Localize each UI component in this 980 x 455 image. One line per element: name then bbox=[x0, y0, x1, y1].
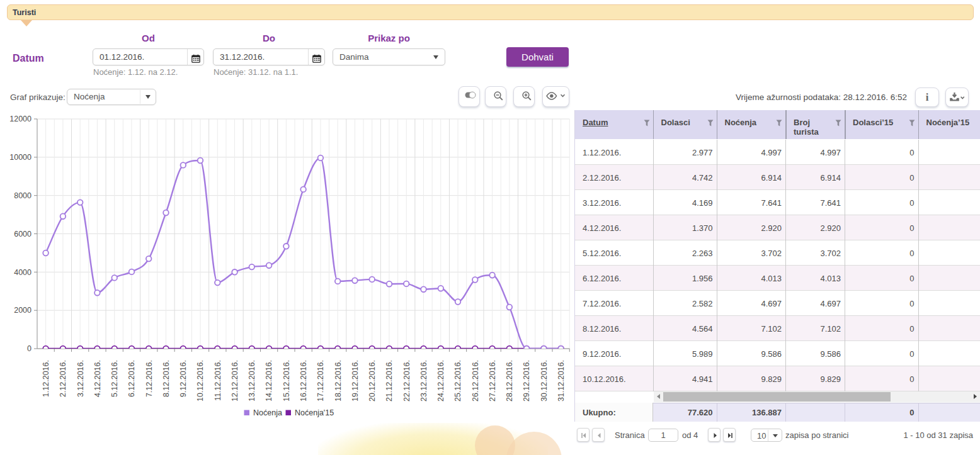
svg-text:8000: 8000 bbox=[14, 191, 31, 200]
svg-text:26.12.2016.: 26.12.2016. bbox=[471, 360, 480, 402]
svg-text:5.12.2016.: 5.12.2016. bbox=[110, 360, 119, 397]
svg-text:15.12.2016.: 15.12.2016. bbox=[282, 360, 291, 402]
svg-text:23.12.2016.: 23.12.2016. bbox=[419, 360, 428, 402]
svg-text:29.12.2016.: 29.12.2016. bbox=[522, 360, 531, 402]
svg-text:30.12.2016.: 30.12.2016. bbox=[540, 360, 549, 402]
svg-text:Noćenja: Noćenja bbox=[253, 408, 282, 417]
svg-text:18.12.2016.: 18.12.2016. bbox=[334, 360, 343, 402]
svg-text:0: 0 bbox=[27, 344, 31, 353]
svg-text:10.12.2016.: 10.12.2016. bbox=[196, 360, 205, 402]
svg-text:16.12.2016.: 16.12.2016. bbox=[299, 360, 308, 402]
svg-text:20.12.2016.: 20.12.2016. bbox=[368, 360, 377, 402]
svg-text:6.12.2016.: 6.12.2016. bbox=[127, 360, 136, 397]
svg-text:31.12.2016.: 31.12.2016. bbox=[557, 360, 566, 402]
svg-text:11.12.2016.: 11.12.2016. bbox=[214, 360, 222, 401]
svg-text:12000: 12000 bbox=[9, 115, 31, 123]
svg-text:28.12.2016.: 28.12.2016. bbox=[505, 360, 514, 402]
svg-text:1.12.2016.: 1.12.2016. bbox=[42, 360, 50, 397]
svg-text:2000: 2000 bbox=[14, 306, 31, 315]
svg-text:27.12.2016.: 27.12.2016. bbox=[488, 360, 497, 402]
svg-text:24.12.2016.: 24.12.2016. bbox=[436, 360, 445, 402]
svg-text:7.12.2016.: 7.12.2016. bbox=[145, 360, 154, 397]
svg-text:17.12.2016.: 17.12.2016. bbox=[316, 360, 325, 402]
svg-text:4.12.2016.: 4.12.2016. bbox=[93, 360, 102, 397]
svg-text:12.12.2016.: 12.12.2016. bbox=[231, 360, 239, 402]
svg-text:8.12.2016.: 8.12.2016. bbox=[162, 360, 171, 397]
svg-text:4000: 4000 bbox=[14, 268, 31, 277]
svg-text:14.12.2016.: 14.12.2016. bbox=[265, 360, 273, 402]
svg-text:6000: 6000 bbox=[14, 230, 31, 239]
svg-text:3.12.2016.: 3.12.2016. bbox=[76, 360, 85, 397]
svg-text:21.12.2016.: 21.12.2016. bbox=[385, 360, 394, 402]
svg-text:22.12.2016.: 22.12.2016. bbox=[402, 360, 411, 402]
svg-text:9.12.2016.: 9.12.2016. bbox=[179, 360, 188, 397]
svg-text:Noćenja'15: Noćenja'15 bbox=[295, 408, 334, 417]
svg-text:13.12.2016.: 13.12.2016. bbox=[248, 360, 256, 402]
svg-text:25.12.2016.: 25.12.2016. bbox=[453, 360, 462, 402]
svg-text:2.12.2016.: 2.12.2016. bbox=[59, 360, 67, 397]
svg-text:10000: 10000 bbox=[9, 153, 31, 162]
svg-text:19.12.2016.: 19.12.2016. bbox=[351, 360, 360, 402]
